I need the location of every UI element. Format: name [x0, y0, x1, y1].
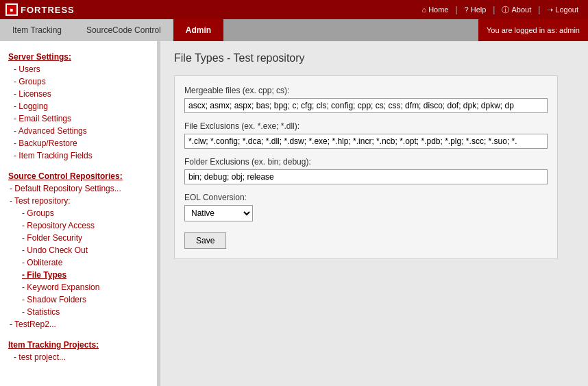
mergeable-files-group: Mergeable files (ex. cpp; cs): — [184, 86, 548, 113]
tab-sourcecode-control[interactable]: SourceCode Control — [74, 19, 173, 41]
logged-in-info: You are logged in as: admin — [478, 19, 588, 41]
tab-bar: Item Tracking SourceCode Control Admin Y… — [0, 19, 588, 41]
logo-icon: ■ — [5, 3, 18, 16]
sidebar-item-item-tracking-fields[interactable]: - Item Tracking Fields — [0, 149, 157, 162]
sidebar-item-default-repo[interactable]: - Default Repository Settings... — [0, 182, 157, 195]
sidebar-item-file-types[interactable]: - File Types — [0, 269, 157, 281]
sidebar-item-shadow-folders[interactable]: - Shadow Folders — [0, 293, 157, 306]
item-tracking-projects-title: Item Tracking Projects: — [0, 336, 157, 351]
top-navigation: ⌂ Home | ? Help | ⓘ About | ➝ Logout — [417, 3, 583, 16]
main-layout: Server Settings: - Users - Groups - Lice… — [0, 41, 588, 386]
sidebar-item-repo-access[interactable]: - Repository Access — [0, 219, 157, 232]
sidebar-item-backup-restore[interactable]: - Backup/Restore — [0, 137, 157, 149]
source-control-title: Source Control Repositories: — [0, 167, 157, 182]
sidebar-item-users[interactable]: - Users — [0, 63, 157, 75]
file-exclusions-group: File Exclusions (ex. *.exe; *.dll): — [184, 121, 548, 149]
logo: ■ FORTRESS — [5, 3, 75, 16]
sidebar-item-testrep2[interactable]: - TestRep2... — [0, 318, 157, 330]
about-icon: ⓘ — [502, 5, 509, 15]
sidebar: Server Settings: - Users - Groups - Lice… — [0, 41, 158, 386]
server-settings-title: Server Settings: — [0, 48, 157, 63]
eol-select[interactable]: Native Windows Unix Mac — [184, 205, 253, 221]
mergeable-input[interactable] — [184, 98, 548, 113]
exclusions-input[interactable] — [184, 134, 548, 149]
exclusions-label: File Exclusions (ex. *.exe; *.dll): — [184, 121, 548, 131]
file-types-form: Mergeable files (ex. cpp; cs): File Excl… — [174, 75, 558, 259]
sidebar-item-test-repo[interactable]: - Test repository: — [0, 195, 157, 207]
mergeable-label: Mergeable files (ex. cpp; cs): — [184, 86, 548, 95]
folder-excl-input[interactable] — [184, 169, 548, 184]
save-button[interactable]: Save — [184, 232, 226, 249]
eol-label: EOL Conversion: — [184, 193, 548, 202]
about-nav-item[interactable]: ⓘ About — [498, 3, 535, 16]
logo-text: FORTRESS — [21, 5, 75, 15]
sidebar-item-keyword-expansion[interactable]: - Keyword Expansion — [0, 281, 157, 293]
sidebar-item-email-settings[interactable]: - Email Settings — [0, 112, 157, 125]
sidebar-item-undo-checkout[interactable]: - Undo Check Out — [0, 244, 157, 256]
sidebar-item-advanced-settings[interactable]: - Advanced Settings — [0, 125, 157, 137]
help-icon: ? — [465, 5, 469, 14]
sidebar-item-statistics[interactable]: - Statistics — [0, 306, 157, 318]
top-bar: ■ FORTRESS ⌂ Home | ? Help | ⓘ About | ➝… — [0, 0, 588, 19]
eol-conversion-group: EOL Conversion: Native Windows Unix Mac — [184, 193, 548, 221]
eol-select-wrapper: Native Windows Unix Mac — [184, 205, 548, 221]
content-area: File Types - Test repository Mergeable f… — [160, 41, 588, 386]
logout-icon: ➝ — [547, 5, 553, 14]
folder-exclusions-group: Folder Exclusions (ex. bin; debug): — [184, 157, 548, 184]
home-nav-item[interactable]: ⌂ Home — [417, 4, 452, 15]
sidebar-item-groups-sub[interactable]: - Groups — [0, 207, 157, 219]
help-nav-item[interactable]: ? Help — [461, 4, 491, 15]
sidebar-item-test-project[interactable]: - test project... — [0, 351, 157, 363]
folder-excl-label: Folder Exclusions (ex. bin; debug): — [184, 157, 548, 167]
sidebar-item-groups[interactable]: - Groups — [0, 75, 157, 88]
tab-item-tracking[interactable]: Item Tracking — [0, 19, 74, 41]
sidebar-item-logging[interactable]: - Logging — [0, 100, 157, 112]
page-title: File Types - Test repository — [174, 52, 574, 64]
home-icon: ⌂ — [421, 5, 426, 14]
logout-nav-item[interactable]: ➝ Logout — [543, 4, 583, 16]
sidebar-item-obliterate[interactable]: - Obliterate — [0, 256, 157, 269]
sidebar-item-folder-security[interactable]: - Folder Security — [0, 232, 157, 244]
tab-admin[interactable]: Admin — [173, 19, 223, 41]
sidebar-item-licenses[interactable]: - Licenses — [0, 88, 157, 100]
